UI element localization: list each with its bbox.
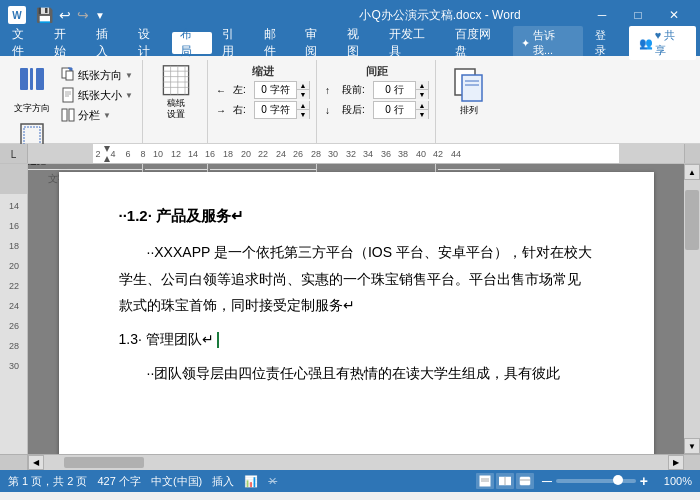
paper-size-button[interactable]: 纸张大小 ▼	[58, 86, 136, 104]
columns-arrow: ▼	[103, 111, 111, 120]
menu-baidu[interactable]: 百度网盘	[447, 32, 511, 54]
subheading-text: 1.3· 管理团队↵	[119, 331, 214, 347]
indent-right-spinbox[interactable]: 0 字符 ▲ ▼	[254, 101, 310, 119]
vertical-scrollbar[interactable]: ▲ ▼	[684, 164, 700, 454]
zoom-thumb[interactable]	[613, 475, 623, 485]
login-button[interactable]: 登录	[587, 26, 625, 60]
scroll-track[interactable]	[684, 180, 700, 438]
hscroll-left-button[interactable]: ◀	[28, 455, 44, 470]
text-cursor	[217, 332, 219, 348]
svg-text:4: 4	[110, 149, 115, 159]
menu-bar: 文件 开始 插入 设计 布局 引用 邮件 审阅 视图 开发工具 百度网盘 ✦ 告…	[0, 30, 700, 56]
ruler-corner-button[interactable]: L	[0, 144, 28, 164]
error-check-icon[interactable]: ✕	[268, 475, 277, 488]
spacing-before-down[interactable]: ▼	[416, 90, 428, 99]
search-icon: ✦	[521, 37, 530, 50]
scroll-thumb[interactable]	[685, 190, 699, 250]
svg-rect-0	[20, 68, 28, 90]
indent-right-up[interactable]: ▲	[297, 101, 309, 110]
vertical-ruler-top-margin	[0, 164, 27, 194]
svg-text:26: 26	[9, 321, 19, 331]
menu-review[interactable]: 审阅	[297, 32, 337, 54]
indent-title: 缩进	[252, 62, 274, 79]
undo-icon[interactable]: ↩	[57, 7, 73, 23]
manuscript-label: 稿纸设置	[167, 98, 185, 120]
arrange-button[interactable]: 排列	[444, 62, 494, 122]
spacing-after-arrows: ▲ ▼	[415, 101, 428, 119]
scroll-up-button[interactable]: ▲	[684, 164, 700, 180]
svg-text:24: 24	[9, 301, 19, 311]
svg-rect-61	[520, 477, 530, 485]
share-button[interactable]: 👥 ♥ 共享	[629, 26, 696, 60]
tell-me-input[interactable]: ✦ 告诉我...	[513, 26, 583, 60]
document-scroll-area[interactable]: ··1.2· 产品及服务↵ ··XXXAPP 是一个依托第三方平台（IOS 平台…	[28, 164, 684, 454]
spacing-after-up[interactable]: ▲	[416, 101, 428, 110]
svg-text:12: 12	[171, 149, 181, 159]
svg-text:18: 18	[9, 241, 19, 251]
indent-left-down[interactable]: ▼	[297, 90, 309, 99]
word-count: 427 个字	[97, 474, 140, 489]
heading-text: ·1.2· 产品及服务↵	[123, 207, 244, 224]
menu-developer[interactable]: 开发工具	[381, 32, 445, 54]
hscroll-track[interactable]	[44, 455, 668, 470]
tell-me-label: 告诉我...	[533, 28, 575, 58]
redo-icon[interactable]: ↪	[75, 7, 91, 23]
status-bar-right: ─ + 100%	[476, 473, 692, 489]
spacing-before-spinbox[interactable]: 0 行 ▲ ▼	[373, 81, 429, 99]
text-direction-label: 文字方向	[14, 102, 50, 115]
view-print-button[interactable]	[476, 473, 494, 489]
menu-references[interactable]: 引用	[214, 32, 254, 54]
ribbon-group-spacing: 间距 ↑ 段前: 0 行 ▲ ▼ ↓ 段后: 0 行 ▲	[319, 60, 436, 188]
page-orientation-button[interactable]: 纸张方向 ▼	[58, 66, 136, 84]
menu-layout[interactable]: 布局	[172, 32, 212, 54]
hscroll-right-button[interactable]: ▶	[668, 455, 684, 470]
spacing-after-value: 0 行	[374, 103, 415, 117]
columns-button[interactable]: 分栏 ▼	[58, 106, 136, 124]
section-heading-1-2: ··1.2· 产品及服务↵	[119, 202, 594, 229]
horizontal-scrollbar[interactable]: ◀ ▶	[0, 454, 700, 470]
columns-icon	[61, 108, 75, 122]
spacing-after-down[interactable]: ▼	[416, 110, 428, 119]
hscroll-corner-right	[684, 455, 700, 470]
hscroll-corner-left	[0, 455, 28, 470]
menu-mailings[interactable]: 邮件	[256, 32, 296, 54]
svg-text:28: 28	[311, 149, 321, 159]
view-read-button[interactable]	[496, 473, 514, 489]
menu-insert[interactable]: 插入	[88, 32, 128, 54]
insert-mode[interactable]: 插入	[212, 474, 234, 489]
manuscript-settings-button[interactable]: 稿纸设置	[151, 62, 201, 122]
text-direction-button[interactable]: 文字方向	[10, 62, 54, 116]
scroll-down-button[interactable]: ▼	[684, 438, 700, 454]
menu-view[interactable]: 视图	[339, 32, 379, 54]
customize-icon[interactable]: ▼	[93, 10, 107, 21]
zoom-level-label[interactable]: 100%	[656, 475, 692, 487]
svg-text:38: 38	[398, 149, 408, 159]
indent-right-down[interactable]: ▼	[297, 110, 309, 119]
zoom-slider[interactable]: ─ +	[542, 473, 648, 489]
spacing-before-up[interactable]: ▲	[416, 81, 428, 90]
svg-text:34: 34	[363, 149, 373, 159]
save-icon[interactable]: 💾	[34, 7, 55, 23]
spacing-before-label: 段前:	[342, 83, 370, 97]
menu-design[interactable]: 设计	[130, 32, 170, 54]
view-web-button[interactable]	[516, 473, 534, 489]
spacing-after-spinbox[interactable]: 0 行 ▲ ▼	[373, 101, 429, 119]
status-bar: 第 1 页，共 2 页 427 个字 中文(中国) 插入 📊 ✕ ─ + 100…	[0, 470, 700, 492]
zoom-track[interactable]	[556, 479, 636, 483]
indent-left-up[interactable]: ▲	[297, 81, 309, 90]
svg-text:16: 16	[9, 221, 19, 231]
share-icon: 👥	[639, 37, 653, 50]
track-changes-icon[interactable]: 📊	[244, 475, 258, 488]
indent-left-spinbox[interactable]: 0 字符 ▲ ▼	[254, 81, 310, 99]
quick-access-toolbar: 💾 ↩ ↪ ▼	[34, 7, 107, 23]
menu-home[interactable]: 开始	[46, 32, 86, 54]
zoom-plus-button[interactable]: +	[640, 473, 648, 489]
paragraph-2: ··团队领导层由四位责任心强且有热情的在读大学生组成，具有彼此	[119, 360, 594, 387]
title-bar-left: W 💾 ↩ ↪ ▼	[8, 6, 296, 24]
spacing-after-label: 段后:	[342, 103, 370, 117]
indent-left-icon: ←	[216, 85, 230, 96]
document-area: 14 16 18 20 22 24 26 28 30 ··1.2· 产品及服务↵…	[0, 164, 700, 454]
hscroll-thumb[interactable]	[64, 457, 144, 468]
menu-file[interactable]: 文件	[4, 32, 44, 54]
zoom-minus-button[interactable]: ─	[542, 473, 552, 489]
